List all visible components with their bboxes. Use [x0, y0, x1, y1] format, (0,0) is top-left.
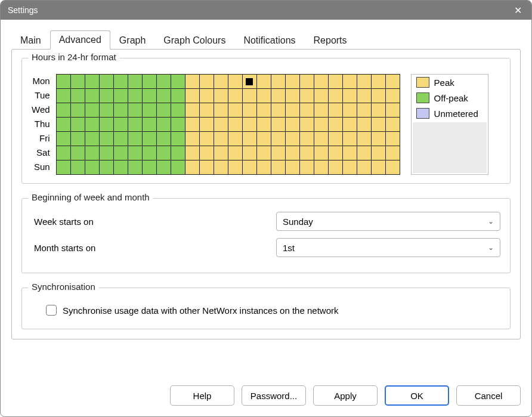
hour-cell[interactable]	[372, 75, 386, 89]
hour-cell[interactable]	[85, 160, 100, 175]
hour-cell[interactable]	[114, 103, 128, 118]
hour-cell[interactable]	[286, 146, 300, 160]
hour-cell[interactable]	[85, 75, 100, 89]
hour-cell[interactable]	[185, 160, 200, 175]
hour-cell[interactable]	[71, 146, 85, 160]
hour-cell[interactable]	[314, 75, 329, 89]
hour-cell[interactable]	[314, 89, 329, 103]
tab-advanced[interactable]: Advanced	[50, 30, 110, 50]
hour-cell[interactable]	[243, 160, 257, 175]
hour-cell[interactable]	[243, 146, 257, 160]
hour-cell[interactable]	[329, 118, 343, 132]
hour-cell[interactable]	[243, 75, 257, 89]
password-button[interactable]: Password...	[242, 385, 306, 406]
hour-cell[interactable]	[214, 132, 228, 146]
hour-cell[interactable]	[128, 89, 143, 103]
hour-cell[interactable]	[386, 146, 400, 160]
hour-cell[interactable]	[343, 160, 357, 175]
month-starts-select[interactable]: 1st ⌄	[276, 238, 500, 257]
hour-cell[interactable]	[157, 103, 171, 118]
sync-checkbox[interactable]	[46, 305, 57, 316]
hour-cell[interactable]	[314, 160, 329, 175]
hour-cell[interactable]	[357, 118, 372, 132]
hour-cell[interactable]	[257, 132, 271, 146]
hour-cell[interactable]	[228, 118, 243, 132]
hour-cell[interactable]	[128, 118, 143, 132]
hour-cell[interactable]	[300, 132, 314, 146]
hour-cell[interactable]	[214, 103, 228, 118]
hour-cell[interactable]	[71, 89, 85, 103]
hour-cell[interactable]	[300, 160, 314, 175]
hour-cell[interactable]	[185, 146, 200, 160]
hour-cell[interactable]	[143, 75, 157, 89]
hour-cell[interactable]	[157, 75, 171, 89]
tab-graph-colours[interactable]: Graph Colours	[154, 31, 234, 50]
hour-cell[interactable]	[114, 146, 128, 160]
hour-cell[interactable]	[200, 103, 214, 118]
hour-cell[interactable]	[214, 160, 228, 175]
hour-cell[interactable]	[329, 89, 343, 103]
hour-cell[interactable]	[171, 89, 185, 103]
hour-cell[interactable]	[257, 89, 271, 103]
hour-cell[interactable]	[85, 146, 100, 160]
hour-cell[interactable]	[243, 132, 257, 146]
hour-cell[interactable]	[286, 118, 300, 132]
hour-cell[interactable]	[228, 146, 243, 160]
hour-cell[interactable]	[329, 146, 343, 160]
hour-cell[interactable]	[243, 103, 257, 118]
hour-cell[interactable]	[157, 89, 171, 103]
hour-cell[interactable]	[372, 146, 386, 160]
hour-cell[interactable]	[171, 146, 185, 160]
hour-cell[interactable]	[357, 146, 372, 160]
hour-cell[interactable]	[57, 132, 71, 146]
hour-cell[interactable]	[200, 146, 214, 160]
legend-peak[interactable]: Peak	[412, 75, 488, 90]
hour-cell[interactable]	[343, 146, 357, 160]
hour-cell[interactable]	[57, 118, 71, 132]
hour-cell[interactable]	[300, 75, 314, 89]
hour-cell[interactable]	[214, 89, 228, 103]
hour-cell[interactable]	[114, 89, 128, 103]
hour-cell[interactable]	[386, 89, 400, 103]
week-starts-select[interactable]: Sunday ⌄	[276, 212, 500, 231]
hour-cell[interactable]	[343, 103, 357, 118]
hour-cell[interactable]	[343, 89, 357, 103]
hour-cell[interactable]	[271, 103, 286, 118]
hour-cell[interactable]	[128, 146, 143, 160]
hours-grid[interactable]	[56, 74, 400, 175]
hour-cell[interactable]	[314, 103, 329, 118]
hour-cell[interactable]	[314, 132, 329, 146]
hour-cell[interactable]	[257, 146, 271, 160]
legend-off-peak[interactable]: Off-peak	[412, 90, 488, 106]
hour-cell[interactable]	[100, 118, 114, 132]
hour-cell[interactable]	[114, 160, 128, 175]
hour-cell[interactable]	[200, 118, 214, 132]
hour-cell[interactable]	[372, 160, 386, 175]
hour-cell[interactable]	[386, 160, 400, 175]
hour-cell[interactable]	[128, 132, 143, 146]
help-button[interactable]: Help	[170, 385, 234, 406]
hour-cell[interactable]	[300, 146, 314, 160]
hour-cell[interactable]	[128, 103, 143, 118]
hour-cell[interactable]	[372, 103, 386, 118]
hour-cell[interactable]	[271, 75, 286, 89]
hour-cell[interactable]	[57, 146, 71, 160]
hour-cell[interactable]	[271, 118, 286, 132]
hour-cell[interactable]	[386, 75, 400, 89]
tab-reports[interactable]: Reports	[305, 31, 356, 50]
hour-cell[interactable]	[185, 103, 200, 118]
hour-cell[interactable]	[85, 132, 100, 146]
hour-cell[interactable]	[100, 103, 114, 118]
hour-cell[interactable]	[100, 89, 114, 103]
hour-cell[interactable]	[200, 160, 214, 175]
hour-cell[interactable]	[300, 118, 314, 132]
hour-cell[interactable]	[85, 103, 100, 118]
hour-cell[interactable]	[71, 103, 85, 118]
hour-cell[interactable]	[300, 103, 314, 118]
hour-cell[interactable]	[85, 89, 100, 103]
hour-cell[interactable]	[57, 160, 71, 175]
hour-cell[interactable]	[57, 75, 71, 89]
hour-cell[interactable]	[171, 132, 185, 146]
hour-cell[interactable]	[71, 132, 85, 146]
hour-cell[interactable]	[286, 89, 300, 103]
